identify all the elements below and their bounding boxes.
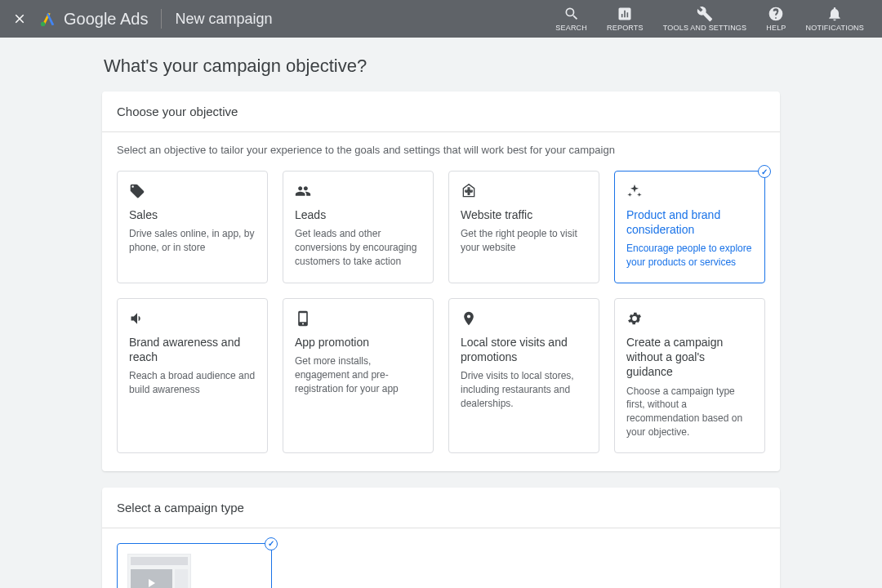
objective-card-1[interactable]: LeadsGet leads and other conversions by … (283, 171, 434, 283)
tools-icon (697, 6, 713, 22)
objective-card-5[interactable]: App promotionGet more installs, engageme… (283, 298, 434, 453)
objective-card-3[interactable]: Product and brand considerationEncourage… (614, 171, 765, 283)
objective-desc: Choose a campaign type first, without a … (626, 385, 753, 439)
objectives-subtitle: Select an objective to tailor your exper… (102, 132, 780, 161)
objectives-grid: SalesDrive sales online, in app, by phon… (102, 161, 780, 471)
objective-title: App promotion (295, 335, 421, 350)
tools-button[interactable]: TOOLS AND SETTINGS (653, 6, 756, 33)
sparkle-icon (626, 183, 753, 201)
selected-check-icon (758, 165, 771, 178)
objective-desc: Get more installs, engagement and pre-re… (295, 354, 421, 395)
objective-desc: Get the right people to visit your websi… (461, 227, 587, 255)
campaign-type-grid: VideoReach and engage viewers on YouTube… (102, 528, 780, 588)
objective-card-0[interactable]: SalesDrive sales online, in app, by phon… (117, 171, 268, 283)
objectives-panel: Choose your objective Select an objectiv… (102, 91, 780, 471)
topbar: Google Ads New campaign SEARCH REPORTS T… (0, 0, 882, 38)
people-icon (295, 183, 421, 201)
video-thumb-icon (127, 554, 191, 588)
reports-icon (617, 6, 633, 22)
objective-desc: Encourage people to explore your product… (626, 242, 753, 270)
campaign-type-card-0[interactable]: VideoReach and engage viewers on YouTube… (117, 543, 272, 588)
ads-logo-icon (39, 10, 57, 28)
toolbar: SEARCH REPORTS TOOLS AND SETTINGS HELP N… (546, 6, 874, 33)
brand-text: Google Ads (64, 10, 148, 29)
phone-icon (295, 310, 421, 328)
notifications-button[interactable]: NOTIFICATIONS (796, 6, 874, 33)
brand-logo: Google Ads (39, 10, 148, 29)
campaign-type-panel: Select a campaign type VideoReach and en… (102, 488, 780, 588)
search-icon (564, 6, 580, 22)
objectives-title: Choose your objective (102, 91, 780, 132)
gear-icon (626, 310, 753, 328)
objective-card-7[interactable]: Create a campaign without a goal's guida… (614, 298, 765, 453)
objective-card-2[interactable]: Website trafficGet the right people to v… (448, 171, 599, 283)
reports-button[interactable]: REPORTS (597, 6, 653, 33)
objective-desc: Get leads and other conversions by encou… (295, 227, 421, 268)
bell-icon (826, 6, 843, 22)
divider (161, 9, 162, 29)
traffic-icon (461, 183, 587, 201)
close-icon[interactable] (8, 7, 31, 30)
pin-icon (461, 310, 587, 328)
objective-title: Sales (129, 207, 256, 222)
objective-desc: Drive sales online, in app, by phone, or… (129, 227, 256, 255)
objective-title: Brand awareness and reach (129, 335, 256, 364)
objective-title: Product and brand consideration (626, 207, 753, 237)
objective-title: Local store visits and promotions (461, 335, 587, 364)
page-heading: What's your campaign objective? (104, 56, 780, 77)
objective-title: Website traffic (461, 207, 587, 222)
tag-icon (129, 183, 256, 201)
selected-check-icon (265, 537, 278, 550)
search-button[interactable]: SEARCH (546, 6, 597, 33)
main-content: What's your campaign objective? Choose y… (102, 38, 780, 588)
objective-desc: Reach a broad audience and build awarene… (129, 369, 256, 397)
page-subtitle: New campaign (175, 11, 272, 28)
objective-card-6[interactable]: Local store visits and promotionsDrive v… (448, 298, 599, 453)
help-icon (768, 6, 784, 22)
objective-title: Create a campaign without a goal's guida… (626, 335, 753, 380)
objective-card-4[interactable]: Brand awareness and reachReach a broad a… (117, 298, 268, 453)
objective-title: Leads (295, 207, 421, 222)
help-button[interactable]: HELP (756, 6, 795, 33)
svg-point-0 (41, 22, 46, 26)
speaker-icon (129, 310, 256, 328)
campaign-type-title: Select a campaign type (102, 488, 780, 528)
objective-desc: Drive visits to local stores, including … (461, 369, 587, 410)
